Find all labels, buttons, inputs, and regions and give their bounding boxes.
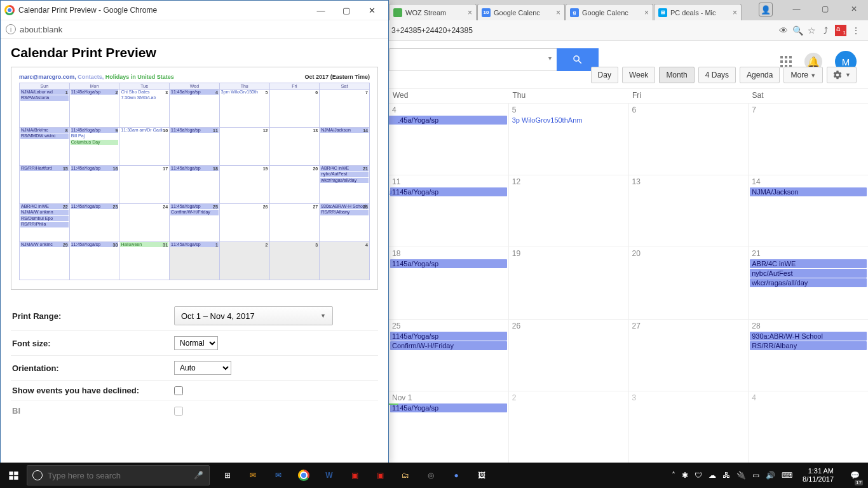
calendar-day-cell[interactable]: 251145a/Yoga/spConfirm/W-H/Friday [389,320,508,391]
print-range-label: Print Range: [12,311,174,321]
calendar-day-cell[interactable]: 4 [748,391,868,463]
print-range-select[interactable]: Oct 1 – Nov 4, 2017▼ [174,306,333,325]
calendar-event[interactable]: 1145a/Yoga/sp [390,116,507,125]
app-icon[interactable]: ◎ [418,463,444,488]
search-input[interactable] [389,48,557,71]
chrome-icon[interactable] [291,463,316,488]
calendar-day-cell[interactable]: 7 [748,104,868,175]
start-button[interactable] [0,463,27,488]
calendar-day-cell[interactable]: 28930a:ABR/W-H SchoolRS/RR/Albany [748,320,868,391]
tab-close-icon[interactable]: × [644,8,649,17]
calendar-day-cell[interactable]: 6 [628,104,749,175]
view-day[interactable]: Day [591,67,618,83]
thunderbird-icon[interactable]: ✉ [266,463,291,488]
calendar-day-cell[interactable]: 21ABR/4C inWEnybc/AutFestwkcr/ragas/all/… [748,247,868,318]
tray-up-icon[interactable]: ˄ [672,471,675,480]
word-icon[interactable]: W [316,463,342,488]
browser-tab[interactable]: ⊞PC deals - Mic× [654,4,742,20]
popup-address-bar[interactable]: i about:blank [1,20,388,39]
zoom-icon[interactable]: 🔍 [790,25,804,36]
calendar-event[interactable]: Confirm/W-H/Friday [390,341,507,350]
calendar-event[interactable]: NJMA/Jackson [750,187,867,196]
cortana-search[interactable]: 🎤 [27,465,210,485]
eye-icon[interactable]: 👁 [776,25,790,36]
google-apps-icon[interactable] [780,56,792,67]
calendar-event[interactable]: 1145a/Yoga/sp [390,403,507,412]
calendar-day-cell[interactable]: 26 [508,320,628,391]
tab-close-icon[interactable]: × [733,8,737,17]
browser-tab[interactable]: gGoogle Calenc× [566,4,653,20]
calendar-day-cell[interactable]: 20 [628,247,749,318]
tab-close-icon[interactable]: × [556,8,560,17]
calendar-day-cell[interactable]: Nov 11145a/Yoga/sp [389,391,508,463]
minimize-button[interactable]: — [782,0,811,18]
font-size-select[interactable]: Normal [174,336,218,350]
view-month[interactable]: Month [659,67,694,83]
orientation-select[interactable]: Auto [174,361,231,375]
cortana-input[interactable] [48,471,187,480]
calendar-event[interactable]: 1145a/Yoga/sp [390,187,507,196]
declined-events-checkbox[interactable] [174,386,183,395]
browser-tab[interactable]: 10Google Calenc× [477,4,565,20]
maximize-button[interactable]: ▢ [811,0,839,18]
explorer-icon[interactable]: 🗂 [393,463,418,488]
calendar-day-cell[interactable]: 4es1145a/Yoga/sp [389,104,508,175]
onedrive-icon[interactable]: ☁ [709,471,716,480]
bluetooth-icon[interactable]: ✱ [682,471,688,480]
popup-close-button[interactable]: ✕ [359,6,384,15]
clock[interactable]: 1:31 AM8/11/2017 [799,467,837,483]
calendar-day-cell[interactable]: 19 [508,247,628,318]
adblock-extension-icon[interactable]: 1 [835,25,846,36]
outlook-icon[interactable]: ✉ [240,463,266,488]
calendar-day-cell[interactable]: 14NJMA/Jackson [748,175,868,247]
calendar-day-cell[interactable]: 12 [508,175,628,247]
calendar-day-cell[interactable]: 3 [628,391,749,463]
view-4days[interactable]: 4 Days [698,67,736,83]
popup-maximize-button[interactable]: ▢ [334,6,359,15]
calendar-event[interactable]: nybc/AutFest [750,269,867,278]
browser-tab[interactable]: WOZ Stream× [389,4,477,20]
chrome-profile-button[interactable]: 👤 [759,3,773,17]
mic-icon[interactable]: 🎤 [187,471,209,480]
keyboard-icon[interactable]: ⌨ [782,471,792,480]
tab-close-icon[interactable]: × [468,8,472,17]
calendar-event[interactable]: 1145a/Yoga/sp [390,259,507,268]
defender-icon[interactable]: 🛡 [695,471,702,480]
action-center-icon[interactable]: 💬17 [844,463,865,488]
settings-button[interactable]: ▼ [827,67,857,83]
popup-minimize-button[interactable]: — [308,6,334,15]
extension-icon[interactable]: ⤴ [818,25,832,36]
calendar-event[interactable]: wkcr/ragas/all/day [750,278,867,287]
day-number: 21 [750,248,867,259]
calendar-event[interactable]: 1145a/Yoga/sp [390,332,507,341]
adobe-reader-icon[interactable]: ▣ [342,463,367,488]
calendar-event[interactable]: ABR/4C inWE [750,259,867,268]
browser-address-bar[interactable]: 3+24385+24420+24385 👁 🔍 ☆ ⤴ 1 ⋮ [389,20,868,41]
task-view-icon[interactable]: ⊞ [215,463,240,488]
network-icon[interactable]: 🖧 [722,471,730,480]
calendar-day-cell[interactable]: 27 [628,320,749,391]
bw-checkbox[interactable] [174,407,183,416]
calendar-event[interactable]: RS/RR/Albany [750,341,867,350]
calendar-event[interactable]: 930a:ABR/W-H School [750,332,867,341]
calendar-day-cell[interactable]: 53p WiloGrov150thAnm [508,104,628,175]
app-icon-3[interactable]: 🖼 [469,463,494,488]
calendar-day-cell[interactable]: 11Gadiraju1145a/Yoga/sp [389,175,508,247]
calendar-day-cell[interactable]: 2 [508,391,628,463]
info-icon[interactable]: i [6,24,16,34]
volume-icon[interactable]: 🔊 [766,471,775,480]
more-button[interactable]: More ▼ [783,67,823,83]
power-icon[interactable]: 🔌 [736,471,746,480]
calendar-day-cell[interactable]: 13 [628,175,749,247]
view-agenda[interactable]: Agenda [740,67,780,83]
star-icon[interactable]: ☆ [804,25,818,36]
calendar-day-cell[interactable]: 181145a/Yoga/sp [389,247,508,318]
adobe-reader-icon-2[interactable]: ▣ [367,463,393,488]
close-button[interactable]: ✕ [839,0,868,18]
calendar-event[interactable]: 3p WiloGrov150thAnm [510,116,627,125]
window-controls: — ▢ ✕ [782,0,868,18]
app-icon-2[interactable]: ● [444,463,469,488]
chrome-menu-icon[interactable]: ⋮ [849,25,863,36]
view-week[interactable]: Week [622,67,655,83]
battery-icon[interactable]: ▭ [752,471,759,480]
